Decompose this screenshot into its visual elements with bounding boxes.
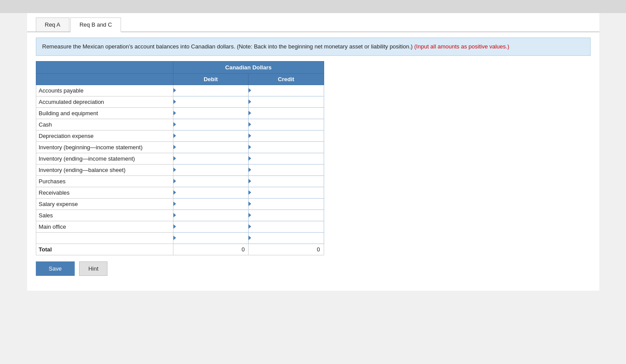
credit-arrow-icon — [249, 190, 251, 195]
table-row: Receivables — [36, 187, 324, 198]
credit-arrow-icon — [249, 88, 251, 93]
credit-input[interactable] — [249, 108, 323, 119]
table-row: Salary expense — [36, 198, 324, 209]
credit-arrow-icon — [249, 156, 251, 161]
table-row: Building and equipment — [36, 107, 324, 119]
debit-input[interactable] — [173, 210, 248, 221]
debit-input[interactable] — [173, 85, 248, 96]
credit-input[interactable] — [249, 130, 323, 141]
instruction-main-text: Remeasure the Mexican operation’s accoun… — [42, 43, 415, 50]
table-row: Inventory (ending—income statement) — [36, 153, 324, 164]
header-group-row: Canadian Dollars — [36, 61, 324, 73]
credit-input[interactable] — [249, 96, 323, 107]
table-row: Sales — [36, 209, 324, 221]
subheader-label-col — [36, 73, 173, 85]
table-row: Accumulated depreciation — [36, 96, 324, 107]
bottom-buttons: Save Hint — [36, 261, 591, 276]
hint-button[interactable]: Hint — [79, 261, 107, 276]
debit-input[interactable] — [173, 153, 248, 164]
debit-arrow-icon — [173, 145, 176, 149]
debit-input[interactable] — [173, 176, 248, 187]
debit-input[interactable] — [173, 119, 248, 130]
debit-arrow-icon — [173, 213, 176, 217]
table-row: Main office — [36, 221, 324, 232]
table-row: Accounts payable — [36, 85, 324, 96]
debit-input[interactable] — [173, 130, 248, 141]
debit-input[interactable] — [173, 199, 248, 209]
subheader-credit: Credit — [249, 73, 324, 85]
instruction-box: Remeasure the Mexican operation’s accoun… — [36, 38, 591, 56]
table-row: Inventory (beginning—income statement) — [36, 141, 324, 153]
credit-input[interactable] — [249, 165, 323, 175]
table-body: Accounts payableAccumulated depreciation… — [36, 85, 324, 255]
debit-input[interactable] — [173, 221, 248, 232]
table-container: Canadian Dollars Debit Credit Accounts p… — [36, 61, 591, 255]
credit-input[interactable] — [249, 210, 323, 221]
credit-arrow-icon — [249, 224, 251, 229]
tabs-row: Req A Req B and C — [27, 13, 599, 32]
top-bar — [0, 0, 626, 13]
credit-arrow-icon — [249, 100, 251, 104]
debit-input[interactable] — [173, 96, 248, 107]
total-debit-value: 0 — [173, 244, 248, 255]
table-row: Purchases — [36, 175, 324, 187]
extra-label-input[interactable] — [36, 233, 173, 244]
credit-arrow-icon — [249, 202, 251, 206]
tab-req-a[interactable]: Req A — [36, 17, 69, 31]
table-row — [36, 232, 324, 244]
credit-arrow-icon — [249, 145, 251, 149]
credit-arrow-icon — [249, 213, 251, 217]
credit-arrow-icon — [249, 236, 251, 240]
save-button[interactable]: Save — [36, 261, 75, 276]
debit-input[interactable] — [173, 233, 248, 244]
debit-arrow-icon — [173, 179, 176, 183]
instruction-red-text: (Input all amounts as positive values.) — [414, 43, 509, 50]
debit-input[interactable] — [173, 187, 248, 198]
subheader-debit: Debit — [173, 73, 248, 85]
debit-input[interactable] — [173, 165, 248, 175]
total-label: Total — [36, 244, 173, 255]
credit-input[interactable] — [249, 153, 323, 164]
debit-arrow-icon — [173, 100, 176, 104]
debit-arrow-icon — [173, 168, 176, 172]
credit-input[interactable] — [249, 176, 323, 187]
credit-input[interactable] — [249, 199, 323, 209]
total-row: Total00 — [36, 244, 324, 255]
subheader-row: Debit Credit — [36, 73, 324, 85]
table-row: Depreciation expense — [36, 130, 324, 141]
debit-arrow-icon — [173, 156, 176, 161]
credit-arrow-icon — [249, 122, 251, 127]
credit-input[interactable] — [249, 233, 323, 244]
credit-input[interactable] — [249, 221, 323, 232]
table-row: Inventory (ending—balance sheet) — [36, 164, 324, 175]
debit-input[interactable] — [173, 108, 248, 119]
credit-input[interactable] — [249, 142, 323, 153]
debit-arrow-icon — [173, 122, 176, 127]
table-row: Cash — [36, 119, 324, 130]
debit-input[interactable] — [173, 142, 248, 153]
debit-arrow-icon — [173, 236, 176, 240]
credit-arrow-icon — [249, 134, 251, 138]
debit-arrow-icon — [173, 190, 176, 195]
credit-input[interactable] — [249, 119, 323, 130]
main-table: Canadian Dollars Debit Credit Accounts p… — [36, 61, 324, 255]
debit-arrow-icon — [173, 224, 176, 229]
debit-arrow-icon — [173, 88, 176, 93]
credit-input[interactable] — [249, 187, 323, 198]
total-credit-value: 0 — [249, 244, 324, 255]
credit-input[interactable] — [249, 85, 323, 96]
tab-req-bc[interactable]: Req B and C — [70, 17, 121, 32]
credit-arrow-icon — [249, 111, 251, 115]
debit-arrow-icon — [173, 134, 176, 138]
header-canadian-dollars: Canadian Dollars — [173, 61, 324, 73]
credit-arrow-icon — [249, 179, 251, 183]
debit-arrow-icon — [173, 202, 176, 206]
credit-arrow-icon — [249, 168, 251, 172]
main-container: Req A Req B and C Remeasure the Mexican … — [27, 13, 599, 291]
debit-arrow-icon — [173, 111, 176, 115]
header-label-col — [36, 61, 173, 73]
